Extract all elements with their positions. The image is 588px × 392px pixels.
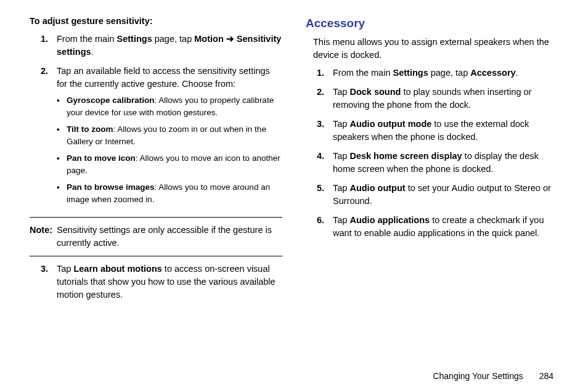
divider xyxy=(30,217,282,218)
bold: Desk home screen display xyxy=(349,151,462,161)
step-number: 3. xyxy=(317,118,333,144)
acc-step-6: 6. Tap Audio applications to create a ch… xyxy=(317,214,558,240)
step-text: Tap Dock sound to play sounds when inser… xyxy=(333,86,558,112)
acc-step-1: 1. From the main Settings page, tap Acce… xyxy=(317,67,558,80)
accessory-heading: Accessory xyxy=(306,15,558,32)
text: page, tap xyxy=(428,68,471,78)
text: Tap xyxy=(333,87,349,97)
step-2-bullets: • Gyroscope calibration: Allows you to p… xyxy=(57,94,282,206)
bold: Pan to browse images xyxy=(67,182,155,192)
bullet-icon: • xyxy=(57,123,67,147)
accessory-steps: 1. From the main Settings page, tap Acce… xyxy=(306,67,558,240)
bullet-pan-icon: • Pan to move icon: Allows you to move a… xyxy=(57,152,282,176)
gesture-intro-title: To adjust gesture sensitivity: xyxy=(30,15,282,28)
acc-step-2: 2. Tap Dock sound to play sounds when in… xyxy=(317,86,558,112)
bold: Pan to move icon xyxy=(67,153,136,163)
step-number: 1. xyxy=(317,67,333,80)
bold: Gyroscope calibration xyxy=(67,96,155,105)
text: Tap xyxy=(333,183,349,193)
bullet-text: Tilt to zoom: Allows you to zoom in or o… xyxy=(67,123,282,147)
step-text: Tap Desk home screen display to display … xyxy=(333,150,558,176)
bold: Accessory xyxy=(470,68,515,78)
step-number: 3. xyxy=(41,263,57,301)
bullet-text: Pan to browse images: Allows you to move… xyxy=(67,181,282,205)
step-number: 2. xyxy=(41,65,57,211)
gesture-steps-1-2: 1. From the main Settings page, tap Moti… xyxy=(30,33,282,211)
step-text: Tap Learn about motions to access on-scr… xyxy=(57,263,282,301)
text: From the main xyxy=(57,34,117,44)
step-text: Tap Audio applications to create a check… xyxy=(333,214,558,240)
footer-chapter: Changing Your Settings xyxy=(433,371,523,381)
divider xyxy=(30,256,282,256)
page-footer: Changing Your Settings 284 xyxy=(433,370,553,382)
step-text: From the main Settings page, tap Accesso… xyxy=(333,67,558,80)
step-text: Tap Audio output to set your Audio outpu… xyxy=(333,182,558,208)
right-column: Accessory This menu allows you to assign… xyxy=(306,15,558,308)
acc-step-4: 4. Tap Desk home screen display to displ… xyxy=(317,150,558,176)
text: . xyxy=(91,47,94,57)
text: page, tap xyxy=(152,34,195,44)
step-number: 5. xyxy=(317,182,333,208)
note-label: Note: xyxy=(30,224,55,250)
note-text: Sensitivity settings are only accessible… xyxy=(55,224,282,250)
bullet-text: Gyroscope calibration: Allows you to pro… xyxy=(67,94,282,118)
text: . xyxy=(516,68,518,78)
bullet-pan-browse: • Pan to browse images: Allows you to mo… xyxy=(57,181,282,205)
step-2: 2. Tap an available field to access the … xyxy=(41,65,282,211)
text: Tap an available field to access the sen… xyxy=(57,66,270,89)
text: Tap xyxy=(57,264,73,274)
step-3: 3. Tap Learn about motions to access on-… xyxy=(41,263,282,301)
arrow-right-icon: ➔ xyxy=(226,34,234,44)
footer-page-number: 284 xyxy=(539,371,553,381)
bold: Tilt to zoom xyxy=(67,125,113,134)
step-text: Tap Audio output mode to use the externa… xyxy=(333,118,558,144)
step-text: From the main Settings page, tap Motion … xyxy=(57,33,282,59)
bold: Settings xyxy=(117,34,152,44)
text: Tap xyxy=(333,119,349,129)
text: From the main xyxy=(333,68,393,78)
step-number: 2. xyxy=(317,86,333,112)
left-column: To adjust gesture sensitivity: 1. From t… xyxy=(30,15,282,308)
accessory-intro: This menu allows you to assign external … xyxy=(306,36,558,62)
step-text: Tap an available field to access the sen… xyxy=(57,65,282,211)
gesture-step-3: 3. Tap Learn about motions to access on-… xyxy=(30,263,282,301)
bold: Audio output xyxy=(349,183,405,193)
bold: Audio output mode xyxy=(349,119,431,129)
step-number: 1. xyxy=(41,33,57,59)
bold: Learn about motions xyxy=(73,264,161,274)
bold: Dock sound xyxy=(349,87,401,97)
acc-step-5: 5. Tap Audio output to set your Audio ou… xyxy=(317,182,558,208)
bullet-text: Pan to move icon: Allows you to move an … xyxy=(67,152,282,176)
note-block: Note: Sensitivity settings are only acce… xyxy=(30,224,282,250)
bullet-icon: • xyxy=(57,181,67,205)
bullet-icon: • xyxy=(57,152,67,176)
step-1: 1. From the main Settings page, tap Moti… xyxy=(41,33,282,59)
step-number: 6. xyxy=(317,214,333,240)
bullet-icon: • xyxy=(57,94,67,118)
bold: Motion xyxy=(194,34,226,44)
bold: Settings xyxy=(393,68,428,78)
text: Tap xyxy=(333,215,349,225)
bullet-gyroscope: • Gyroscope calibration: Allows you to p… xyxy=(57,94,282,118)
bold: Audio applications xyxy=(349,215,430,225)
bullet-tilt: • Tilt to zoom: Allows you to zoom in or… xyxy=(57,123,282,147)
content-columns: To adjust gesture sensitivity: 1. From t… xyxy=(30,15,558,308)
text: Tap xyxy=(333,151,349,161)
step-number: 4. xyxy=(317,150,333,176)
acc-step-3: 3. Tap Audio output mode to use the exte… xyxy=(317,118,558,144)
